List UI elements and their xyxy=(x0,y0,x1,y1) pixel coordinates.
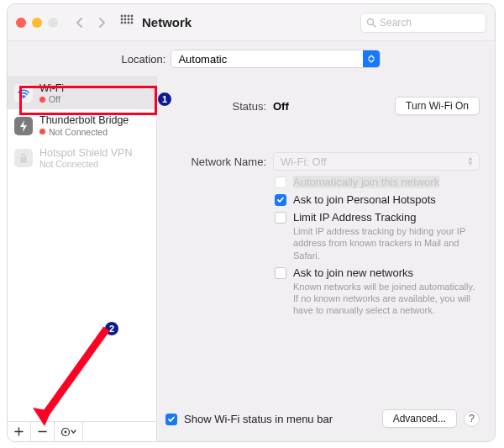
svg-point-7 xyxy=(131,18,134,21)
network-name-row: Network Name: Wi-Fi: Off ▲▼ xyxy=(165,152,480,171)
svg-point-6 xyxy=(128,18,130,21)
svg-point-5 xyxy=(124,18,127,21)
sidebar-item-status: Not Connected xyxy=(39,159,132,169)
search-input[interactable]: Search xyxy=(360,13,486,33)
sidebar-item-thunderbolt[interactable]: Thunderbolt Bridge Not Connected xyxy=(8,109,156,141)
status-value: Off xyxy=(273,100,289,113)
auto-join-label: Automatically join this network xyxy=(293,176,439,188)
svg-point-10 xyxy=(128,22,130,24)
network-name-select[interactable]: Wi-Fi: Off ▲▼ xyxy=(273,152,480,171)
remove-service-button[interactable] xyxy=(31,422,55,441)
location-select[interactable]: Automatic xyxy=(171,50,381,68)
svg-point-3 xyxy=(131,15,134,18)
network-name-value: Wi-Fi: Off xyxy=(281,155,327,168)
ask-personal-checkbox[interactable] xyxy=(275,194,286,206)
ask-new-checkbox[interactable] xyxy=(275,267,286,279)
svg-point-2 xyxy=(128,15,130,18)
preferences-window: Network Search Location: Automatic Wi- xyxy=(7,3,496,442)
sidebar-item-name: Wi-Fi xyxy=(39,82,64,94)
svg-point-1 xyxy=(124,15,127,18)
search-icon xyxy=(366,18,376,28)
status-dot-icon xyxy=(39,97,45,103)
location-label: Location: xyxy=(122,53,166,66)
sidebar-item-name: Thunderbolt Bridge xyxy=(39,114,129,126)
status-label: Status: xyxy=(165,100,266,113)
status-row: Status: Off Turn Wi-Fi On xyxy=(165,97,480,115)
option-auto-join: Automatically join this network xyxy=(275,176,480,188)
svg-point-0 xyxy=(121,15,123,18)
wifi-icon xyxy=(14,84,33,103)
limit-ip-help: Limit IP address tracking by hiding your… xyxy=(293,225,480,261)
ask-new-help: Known networks will be joined automatica… xyxy=(293,281,480,317)
status-dot-icon xyxy=(39,129,45,134)
svg-point-17 xyxy=(65,430,67,433)
svg-line-13 xyxy=(373,24,375,27)
content-area: Wi-Fi Off Thunderbolt Bridge Not Connect… xyxy=(8,76,495,441)
sidebar-item-wifi[interactable]: Wi-Fi Off xyxy=(8,77,156,109)
forward-button[interactable] xyxy=(92,13,112,33)
option-limit-ip: Limit IP Address Tracking Limit IP addre… xyxy=(275,211,480,261)
chevron-updown-icon: ▲▼ xyxy=(467,156,474,166)
option-ask-new-networks: Ask to join new networks Known networks … xyxy=(275,266,480,317)
bottom-row: Show Wi-Fi status in menu bar Advanced..… xyxy=(165,409,480,428)
sidebar-item-status: Not Connected xyxy=(39,127,129,137)
ask-new-label: Ask to join new networks xyxy=(293,266,480,279)
main-pane: Status: Off Turn Wi-Fi On Network Name: … xyxy=(157,76,495,441)
thunderbolt-icon xyxy=(14,117,33,135)
svg-point-4 xyxy=(121,18,123,21)
limit-ip-checkbox[interactable] xyxy=(275,212,286,224)
svg-point-8 xyxy=(121,22,123,24)
svg-point-14 xyxy=(23,97,24,98)
titlebar: Network Search xyxy=(8,4,495,41)
show-menubar-checkbox[interactable] xyxy=(165,414,177,425)
auto-join-checkbox xyxy=(275,177,286,188)
options-list: Automatically join this network Ask to j… xyxy=(275,176,480,317)
window-controls xyxy=(16,18,58,28)
nav-buttons xyxy=(70,13,112,33)
option-ask-personal-hotspots: Ask to join Personal Hotspots xyxy=(275,193,480,206)
ask-personal-label: Ask to join Personal Hotspots xyxy=(293,193,436,206)
svg-point-9 xyxy=(124,22,127,24)
network-name-label: Network Name: xyxy=(165,155,266,168)
svg-point-12 xyxy=(368,18,374,24)
svg-point-11 xyxy=(131,22,134,24)
minimize-window-button[interactable] xyxy=(32,18,42,28)
show-menubar-label: Show Wi-Fi status in menu bar xyxy=(184,413,333,425)
turn-wifi-on-button[interactable]: Turn Wi-Fi On xyxy=(395,97,480,115)
service-actions-button[interactable] xyxy=(55,422,83,441)
sidebar-item-name: Hotspot Shield VPN xyxy=(39,147,132,159)
close-window-button[interactable] xyxy=(16,18,26,28)
select-arrows-icon xyxy=(363,50,380,67)
sidebar-item-vpn[interactable]: Hotspot Shield VPN Not Connected xyxy=(8,142,156,174)
sidebar-footer xyxy=(8,421,156,441)
add-service-button[interactable] xyxy=(8,422,31,441)
search-placeholder: Search xyxy=(380,17,412,29)
limit-ip-label: Limit IP Address Tracking xyxy=(293,211,480,224)
services-sidebar: Wi-Fi Off Thunderbolt Bridge Not Connect… xyxy=(8,76,157,441)
location-value: Automatic xyxy=(178,53,227,66)
svg-rect-15 xyxy=(20,157,27,163)
advanced-button[interactable]: Advanced... xyxy=(382,409,457,428)
lock-icon xyxy=(14,149,33,167)
window-title: Network xyxy=(142,15,192,29)
sidebar-item-status: Off xyxy=(39,94,64,104)
help-button[interactable]: ? xyxy=(464,411,480,427)
show-all-button[interactable] xyxy=(120,14,134,30)
back-button[interactable] xyxy=(70,13,90,33)
zoom-window-button xyxy=(48,18,58,28)
location-row: Location: Automatic xyxy=(8,41,495,75)
